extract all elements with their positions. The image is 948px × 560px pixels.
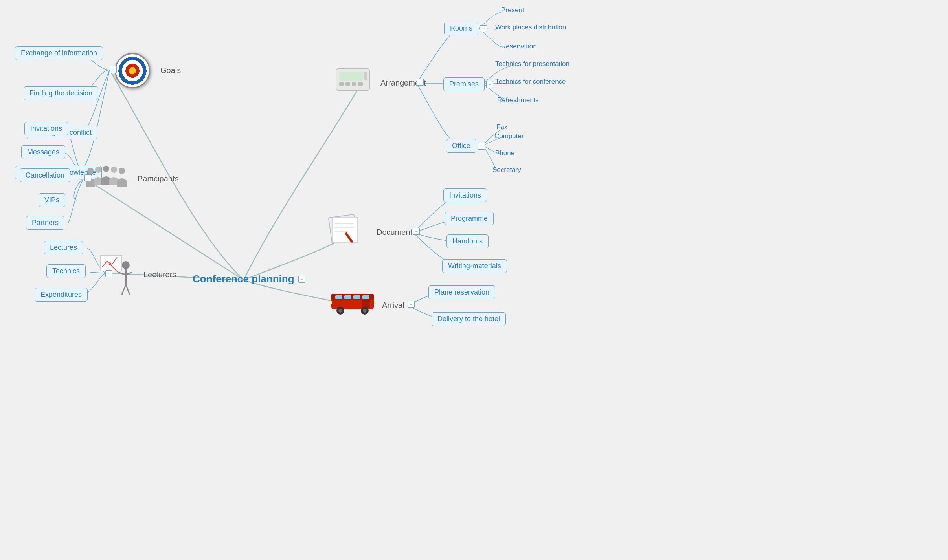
rooms-child-2: Work places distribution — [495, 24, 566, 31]
svg-line-11 — [122, 285, 126, 295]
svg-rect-33 — [353, 295, 360, 299]
svg-point-4 — [119, 168, 125, 174]
svg-rect-18 — [345, 82, 350, 86]
goals-label: Goals — [160, 66, 181, 75]
rooms-child-1: Present — [501, 6, 524, 14]
svg-rect-19 — [352, 82, 356, 86]
arr-item-1[interactable]: Plane reservation — [428, 285, 495, 299]
arr-item-2[interactable]: Delivery to the hotel — [432, 312, 506, 326]
svg-point-7 — [122, 261, 130, 269]
rooms-child-3: Reservation — [501, 42, 537, 50]
rooms-node[interactable]: Rooms − — [444, 22, 487, 35]
doc-item-4[interactable]: Writing-materials — [442, 259, 507, 273]
svg-point-1 — [95, 167, 101, 173]
svg-rect-40 — [330, 301, 332, 304]
part-item-1[interactable]: Invitations — [24, 122, 68, 135]
premises-node[interactable]: Premises − — [443, 77, 493, 91]
svg-point-0 — [87, 168, 94, 174]
svg-line-12 — [126, 285, 130, 295]
goals-collapse[interactable]: − — [110, 66, 117, 73]
svg-rect-23 — [332, 217, 358, 243]
part-item-4[interactable]: VIPs — [39, 193, 65, 207]
center-node: Conference planning − — [193, 273, 305, 285]
arrangement-icon — [332, 61, 375, 98]
svg-point-14 — [109, 263, 111, 265]
office-child-4: Secretary — [492, 166, 521, 174]
doc-item-2[interactable]: Programme — [445, 212, 494, 225]
goal-item-1[interactable]: Exchange of information — [15, 46, 103, 60]
rooms-collapse[interactable]: − — [480, 25, 487, 32]
documents-label: Documents — [377, 228, 416, 237]
arrival-label: Arrival — [382, 301, 404, 310]
center-label: Conference planning — [193, 273, 294, 285]
svg-rect-17 — [339, 82, 344, 86]
office-node[interactable]: Office − — [446, 139, 485, 153]
doc-item-1[interactable]: Invitations — [443, 188, 487, 202]
arrival-icon — [329, 290, 377, 317]
goals-icon — [115, 53, 150, 88]
lect-item-2[interactable]: Technics — [46, 264, 86, 278]
part-item-3[interactable]: Cancellation — [20, 168, 70, 182]
lecturers-collapse[interactable]: − — [105, 270, 112, 277]
svg-rect-21 — [364, 72, 367, 80]
arrangement-collapse[interactable]: − — [417, 79, 424, 86]
documents-icon — [326, 214, 366, 247]
svg-rect-34 — [362, 295, 369, 299]
premises-child-1: Technics for presentation — [495, 60, 570, 68]
premises-child-2: Technics for conference — [495, 78, 566, 86]
svg-rect-41 — [374, 301, 376, 304]
lecturers-icon — [98, 253, 138, 298]
office-child-1: Fax — [496, 123, 507, 131]
lecturers-label: Lecturers — [143, 270, 176, 279]
svg-line-9 — [118, 272, 126, 275]
lect-item-3[interactable]: Expenditures — [35, 288, 88, 302]
part-item-2[interactable]: Messages — [21, 145, 65, 159]
arrival-collapse[interactable]: − — [408, 301, 415, 308]
documents-collapse[interactable]: − — [413, 228, 420, 235]
svg-rect-16 — [339, 72, 363, 81]
office-child-3: Phone — [495, 149, 514, 157]
svg-line-10 — [126, 272, 132, 275]
svg-rect-32 — [344, 295, 351, 299]
doc-item-3[interactable]: Handouts — [446, 234, 489, 248]
svg-point-2 — [103, 166, 109, 172]
lect-item-1[interactable]: Lectures — [44, 241, 83, 254]
goal-item-2[interactable]: Finding the decision — [24, 86, 98, 100]
premises-collapse[interactable]: − — [486, 81, 493, 88]
svg-point-39 — [363, 309, 367, 313]
office-collapse[interactable]: − — [478, 143, 485, 150]
svg-point-3 — [111, 167, 117, 173]
svg-rect-5 — [100, 255, 122, 271]
part-item-5[interactable]: Partners — [26, 216, 64, 230]
svg-rect-31 — [335, 295, 342, 299]
premises-child-3: Refreshments — [497, 96, 539, 104]
participants-collapse[interactable]: − — [84, 174, 91, 181]
center-collapse[interactable]: − — [298, 276, 305, 283]
svg-rect-35 — [362, 300, 370, 308]
participants-label: Participants — [138, 174, 179, 183]
svg-rect-20 — [358, 82, 363, 86]
office-child-2: Computer — [494, 132, 524, 140]
svg-point-37 — [338, 309, 342, 313]
